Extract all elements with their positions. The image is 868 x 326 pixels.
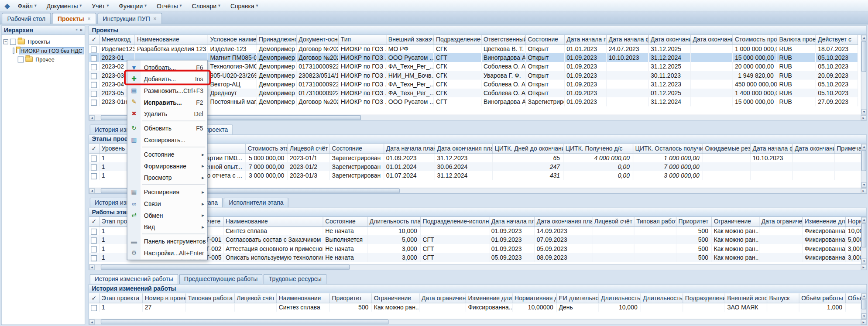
column-header[interactable]: Дата начала факт (606, 35, 648, 45)
column-header[interactable]: Наименование (223, 217, 322, 226)
document-tab[interactable]: Рабочий стол (2, 13, 51, 24)
column-header[interactable]: Дата начала план (489, 217, 534, 226)
column-header[interactable]: ЦИТК. Получено д/с (563, 144, 633, 154)
context-item-links[interactable]: ∞Связи▸ (127, 198, 207, 209)
column-header[interactable]: Изменение длител (802, 217, 845, 226)
column-header[interactable]: Дата окончания пл (648, 35, 690, 45)
scroll-up-button[interactable]: ▲ (861, 144, 867, 150)
select-all-header[interactable]: ✓ (89, 217, 99, 226)
close-icon[interactable]: × (153, 16, 156, 22)
column-header[interactable]: Ограничение (711, 217, 759, 226)
h-scrollbar[interactable]: ◄► (89, 264, 866, 270)
column-header[interactable]: Приоритет (329, 293, 371, 303)
column-header[interactable]: Дата начала план (564, 35, 606, 45)
checkbox[interactable] (91, 100, 97, 106)
column-header[interactable]: Подразделение-исполнитель... (420, 217, 489, 226)
column-header[interactable]: Нормативная длит (512, 293, 556, 303)
column-header[interactable]: Типовая работа (634, 217, 676, 226)
context-item-duplicate[interactable]: ▤Размножить...Ctrl+F3 (127, 85, 207, 96)
scroll-thumb[interactable] (861, 299, 866, 309)
v-scrollbar[interactable]: ▲▼ (861, 35, 867, 115)
column-header[interactable]: Условное наименован (208, 35, 257, 45)
scroll-right-button[interactable]: ► (861, 188, 867, 194)
checkbox[interactable] (91, 55, 97, 61)
column-header[interactable]: Длительность план▼ (367, 217, 420, 226)
column-header[interactable]: Дата начала план (384, 144, 435, 154)
menubar-item[interactable]: Функции▾ (114, 0, 152, 12)
column-header[interactable]: Внешний заказчик (386, 35, 433, 45)
scroll-left-button[interactable]: ◄ (89, 319, 95, 325)
select-all-header[interactable]: ✓ (89, 35, 99, 45)
column-header[interactable]: Ожидаемые резул (703, 144, 750, 154)
menubar-item[interactable]: Учёт▾ (87, 0, 114, 12)
pin-icon[interactable]: ▫ (76, 26, 78, 34)
context-item-edit[interactable]: ✎Исправить...F2 (127, 96, 207, 108)
document-tab[interactable]: Инструкции ПУП× (97, 13, 162, 24)
detail-tab[interactable]: Трудовые ресурсы (264, 274, 326, 284)
checkbox[interactable] (91, 64, 97, 70)
expander-icon[interactable]: − (3, 39, 8, 44)
context-item-preview[interactable]: Просмотр▸ (127, 172, 207, 183)
checkbox[interactable] (91, 164, 97, 170)
column-header[interactable]: Дата начала факт (750, 144, 792, 154)
column-header[interactable]: Валюта проекта (777, 35, 816, 45)
context-item-settings[interactable]: ⚙Настройки...Alt+Enter (127, 247, 207, 259)
context-item-exchange[interactable]: ⇄Обмен▸ (127, 209, 207, 221)
panel-splitter[interactable] (85, 25, 89, 325)
column-header[interactable]: Дата окончания ф (690, 35, 732, 45)
column-header[interactable]: Ответственный (481, 35, 525, 45)
column-header[interactable]: Подразделение-от (433, 35, 481, 45)
column-header[interactable]: ЦИТК. Осталось получить д/с (633, 144, 703, 154)
menubar-item[interactable]: Файл▾ (13, 0, 41, 12)
column-header[interactable]: Выпуск (767, 293, 799, 303)
column-header[interactable]: Длительность фак (641, 293, 683, 303)
column-header[interactable]: Документ-основан (296, 35, 338, 45)
column-header[interactable]: Наименование (134, 35, 207, 45)
scroll-right-button[interactable]: ► (861, 115, 867, 121)
context-item-filter[interactable]: ▼Отобрать...F6 (127, 62, 207, 73)
column-header[interactable]: Дата ограничения (419, 293, 466, 303)
select-all-header[interactable]: ✓ (89, 144, 99, 154)
column-header[interactable]: Объём работы фа (845, 293, 861, 303)
column-header[interactable]: Тип (338, 35, 386, 45)
checkbox[interactable] (91, 46, 97, 52)
scroll-left-button[interactable]: ◄ (89, 264, 95, 270)
context-item-add[interactable]: ✚Добавить...Ins (127, 73, 207, 85)
checkbox[interactable] (91, 90, 97, 96)
checkbox[interactable] (18, 56, 24, 62)
column-header[interactable]: Принадлежность (256, 35, 296, 45)
column-header[interactable]: Длительность пла (598, 293, 640, 303)
close-icon[interactable]: × (87, 16, 90, 22)
column-header[interactable]: Номер в проекте (142, 293, 185, 303)
collapse-icon[interactable]: « (80, 26, 82, 34)
h-scrollbar[interactable]: ◄► (89, 319, 866, 325)
context-item-toolbar[interactable]: ▬Панель инструментов (127, 235, 207, 247)
context-item-delete[interactable]: ✖УдалитьDel (127, 108, 207, 120)
detail-tab[interactable]: Исполнители этапа (224, 198, 288, 208)
checkbox[interactable] (13, 47, 14, 53)
column-header[interactable]: Нормативная длит (845, 217, 861, 226)
menubar-item[interactable]: Отчёты▾ (152, 0, 187, 12)
checkbox[interactable] (91, 82, 97, 88)
scroll-up-button[interactable]: ▲ (861, 293, 867, 299)
scroll-thumb[interactable] (101, 319, 389, 324)
context-item-copy[interactable]: ▥Скопировать... (127, 134, 207, 146)
scroll-left-button[interactable]: ◄ (89, 188, 95, 194)
column-header[interactable]: Стоимость проект (732, 35, 776, 45)
column-header[interactable]: Состояние (329, 144, 384, 154)
scroll-right-button[interactable]: ► (861, 319, 867, 325)
column-header[interactable]: Приоритет (676, 217, 711, 226)
column-header[interactable]: Примечание (834, 144, 861, 154)
column-header[interactable]: Ограничение (371, 293, 419, 303)
column-header[interactable]: Стоимость этапа (245, 144, 287, 154)
scroll-left-button[interactable]: ◄ (89, 115, 95, 121)
column-header[interactable]: ЦИТК. Дней до окончания (492, 144, 563, 154)
checkbox[interactable] (91, 246, 97, 252)
scroll-right-button[interactable]: ► (861, 264, 867, 270)
document-tab[interactable]: Проекты× (52, 13, 96, 24)
column-header[interactable]: Лицевой счёт затр (592, 217, 634, 226)
column-header[interactable]: Дата окончания ф (792, 144, 834, 154)
scroll-up-button[interactable]: ▲ (861, 35, 867, 41)
scroll-down-button[interactable]: ▼ (861, 182, 867, 188)
checkbox[interactable] (91, 73, 97, 79)
